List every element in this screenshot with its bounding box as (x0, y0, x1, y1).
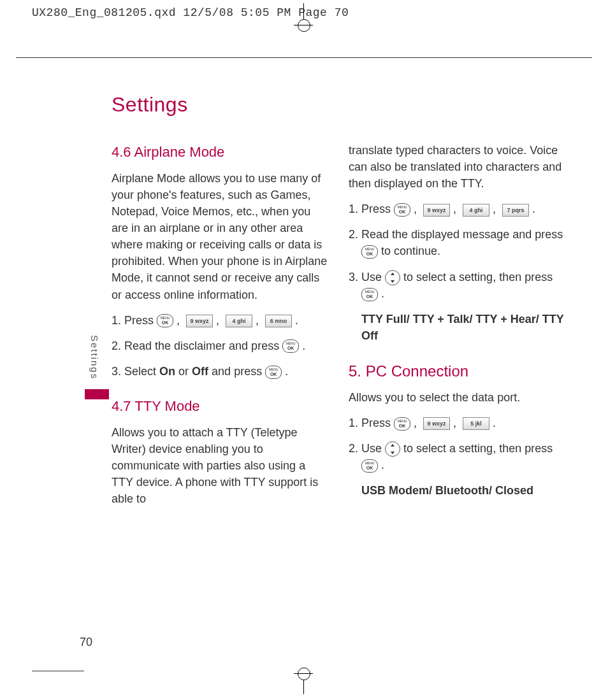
nav-key-icon (385, 441, 400, 457)
heading-4-7: 4.7 TTY Mode (112, 396, 329, 417)
column-left: 4.6 Airplane Mode Airplane Mode allows y… (112, 142, 329, 516)
key-5-icon: 5 jkl (463, 417, 489, 430)
text: or (178, 365, 192, 378)
side-tab-label: Settings (89, 335, 100, 380)
body-4-7-cont: translate typed characters to voice. Voi… (349, 142, 567, 192)
text: to select a setting, then press (403, 271, 553, 283)
ok-key-icon (361, 459, 378, 473)
crop-target-icon (298, 19, 310, 32)
text: 2. Read the disclaimer and press (112, 339, 282, 352)
key-6-icon: 6 mno (265, 315, 292, 327)
step-4-7-1: 1. Press , 9 wxyz , 4 ghi , 7 pqrs . (349, 201, 567, 217)
step-4-7-3: 3. Use to select a setting, then press .… (349, 269, 567, 345)
page-number: 70 (80, 636, 92, 649)
key-9-icon: 9 wxyz (423, 417, 450, 430)
step-4-6-2: 2. Read the disclaimer and press . (112, 338, 329, 354)
nav-key-icon (385, 270, 400, 285)
text: 1. Press (349, 417, 394, 429)
crop-mark (294, 25, 313, 25)
ok-key-icon (394, 203, 410, 217)
key-4-icon: 4 ghi (226, 315, 252, 327)
text: and press (212, 365, 265, 378)
column-right: translate typed characters to voice. Voi… (349, 142, 567, 516)
key-9-icon: 9 wxyz (186, 315, 213, 327)
ok-key-icon (282, 339, 299, 353)
ok-key-icon (265, 366, 282, 379)
step-5-2: 2. Use to select a setting, then press .… (349, 440, 567, 499)
page-frame: Settings Settings 4.6 Airplane Mode Airp… (16, 57, 592, 665)
text: 2. Use (349, 442, 385, 455)
body-5: Allows you to select the data port. (349, 389, 567, 406)
heading-5: 5. PC Connection (349, 361, 567, 383)
heading-4-6: 4.6 Airplane Mode (112, 142, 329, 162)
step-4-6-3: 3. Select On or Off and press . (112, 363, 329, 380)
crop-header: UX280_Eng_081205.qxd 12/5/08 5:05 PM Pag… (32, 6, 349, 19)
ok-key-icon (361, 288, 378, 301)
option-on: On (159, 365, 175, 378)
body-4-6: Airplane Mode allows you to use many of … (112, 170, 329, 303)
text: to continue. (381, 245, 440, 257)
text: to select a setting, then press (403, 442, 553, 455)
step-4-6-1: 1. Press , 9 wxyz , 4 ghi , 6 mno . (112, 312, 329, 329)
options-pc: USB Modem/ Bluetooth/ Closed (361, 482, 567, 499)
crop-target-icon (298, 668, 310, 680)
key-9-icon: 9 wxyz (423, 204, 450, 217)
text: 1. Press (349, 203, 394, 215)
ok-key-icon (361, 245, 378, 259)
step-5-1: 1. Press , 9 wxyz , 5 jkl . (349, 415, 567, 431)
page-title: Settings (112, 93, 592, 117)
footer-rule (32, 671, 84, 671)
key-7-icon: 7 pqrs (502, 204, 529, 217)
option-off: Off (192, 365, 208, 378)
step-4-7-2: 2. Read the displayed message and press … (349, 226, 567, 259)
text: 1. Press (112, 314, 157, 327)
text: 3. Select (112, 365, 159, 378)
side-tab-marker (85, 389, 109, 399)
text: 2. Read the displayed message and press (349, 228, 563, 241)
ok-key-icon (394, 417, 410, 431)
ok-key-icon (157, 314, 173, 327)
crop-mark (294, 673, 313, 674)
body-4-7: Allows you to attach a TTY (Teletype Wri… (112, 424, 329, 507)
options-tty: TTY Full/ TTY + Talk/ TTY + Hear/ TTY Of… (361, 311, 567, 344)
text: 3. Use (349, 271, 385, 283)
key-4-icon: 4 ghi (463, 204, 489, 217)
